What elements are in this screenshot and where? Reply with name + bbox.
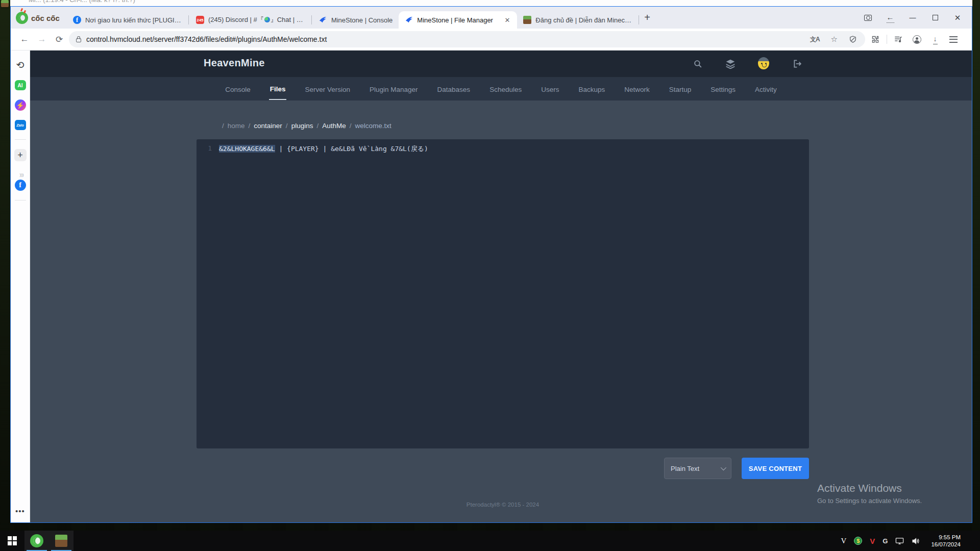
maximize-button[interactable] — [924, 7, 946, 29]
back-button[interactable]: ← — [17, 32, 32, 47]
translate-icon[interactable]: 文A — [807, 35, 823, 44]
syntax-select[interactable]: Plain Text — [664, 458, 731, 479]
user-avatar[interactable] — [758, 58, 769, 69]
add-shortcut-button[interactable]: + — [14, 149, 27, 161]
downloads-icon[interactable]: ↓ — [927, 32, 943, 47]
network-display-icon[interactable] — [895, 537, 904, 545]
nav-backups[interactable]: Backups — [577, 79, 606, 99]
nav-activity[interactable]: Activity — [754, 79, 778, 99]
red-shield-icon[interactable]: V — [870, 537, 875, 545]
tab-separator — [311, 15, 312, 24]
activate-windows-watermark: Activate Windows Go to Settings to activ… — [817, 482, 922, 505]
zalo-icon[interactable]: Zalo — [15, 120, 26, 130]
bookmark-star-icon[interactable]: ☆ — [828, 35, 841, 44]
logitech-g-icon[interactable]: G — [883, 537, 888, 545]
nav-network[interactable]: Network — [623, 79, 651, 99]
coccoc-icon — [30, 534, 43, 547]
clock-date: 16/07/2024 — [931, 541, 961, 548]
money-coin-icon[interactable]: $ — [854, 537, 862, 545]
minimize-button[interactable]: — — [901, 7, 924, 29]
url-text[interactable]: control.hvmcloud.net/server/ff3742d6/fil… — [86, 35, 802, 43]
nav-databases[interactable]: Databases — [436, 79, 472, 99]
tab-close-icon[interactable]: ✕ — [503, 16, 511, 24]
minecraft-icon — [55, 535, 67, 547]
coccoc-brand-label: cốc cốc — [31, 14, 60, 22]
history-icon[interactable]: ⟲ — [14, 59, 27, 71]
media-queue-icon[interactable] — [890, 32, 906, 47]
watermark-title: Activate Windows — [817, 482, 922, 494]
lock-icon[interactable] — [76, 38, 81, 42]
tab-discord[interactable]: 245 (245) Discord | #『』Chat | Stone — [190, 11, 310, 29]
nav-console[interactable]: Console — [224, 79, 252, 99]
unikey-icon[interactable]: V — [841, 537, 846, 545]
selected-text: &2&LHOKAGE&6&L — [219, 145, 275, 153]
tab-separator — [639, 15, 639, 24]
tabs: f Nơi giao lưu kiến thức [PLUGINS, S 245… — [67, 7, 655, 29]
line-number: 1 — [197, 144, 219, 154]
profile-avatar-icon[interactable] — [909, 32, 925, 47]
editor-text[interactable]: &2&LHOKAGE&6&L | {PLAYER} | &e&LĐã Về Là… — [219, 144, 428, 154]
nav-schedules[interactable]: Schedules — [488, 79, 523, 99]
taskbar: V $ V G 9:55 PM 16/07/2024 — [0, 531, 980, 551]
watermark-subtitle: Go to Settings to activate Windows. — [817, 497, 922, 505]
tab-title: MineStone | File Manager — [417, 16, 493, 24]
windows-logo-icon — [8, 536, 17, 545]
save-content-button[interactable]: SAVE CONTENT — [742, 458, 809, 479]
logout-icon[interactable] — [792, 58, 803, 69]
taskbar-coccoc-button[interactable] — [24, 531, 49, 551]
facebook-icon[interactable]: f — [15, 180, 26, 191]
breadcrumb-container[interactable]: container — [254, 122, 282, 130]
minestone-icon — [405, 16, 413, 24]
nav-settings[interactable]: Settings — [709, 79, 737, 99]
background-window-title: Mi... (1.19.4 - Ch-i... (Má. k? l?. th.?… — [29, 0, 135, 4]
coccoc-brand[interactable]: cốc cốc — [11, 12, 67, 29]
taskbar-minecraft-button[interactable] — [49, 531, 74, 551]
url-field[interactable]: control.hvmcloud.net/server/ff3742d6/fil… — [69, 31, 865, 47]
tab-audio-icon: ))) — [20, 172, 24, 177]
tab-facebook-group[interactable]: f Nơi giao lưu kiến thức [PLUGINS, S — [67, 11, 187, 29]
messenger-icon[interactable]: ⚡ — [15, 99, 26, 111]
start-button[interactable] — [0, 531, 24, 551]
tab-title: Nơi giao lưu kiến thức [PLUGINS, S — [85, 16, 181, 24]
screenshot-search-icon[interactable] — [856, 7, 879, 29]
taskbar-clock[interactable]: 9:55 PM 16/07/2024 — [928, 534, 966, 548]
tab-minecraft-forum[interactable]: Đăng chủ đề | Diễn đàn Minecraft — [517, 11, 638, 29]
desktop-background: Mi... (1.19.4 - Ch-i... (Má. k? l?. th.?… — [0, 0, 980, 551]
search-icon[interactable] — [692, 58, 703, 69]
shield-icon[interactable] — [846, 35, 860, 43]
server-list-layers-icon[interactable] — [725, 58, 736, 69]
ai-chat-icon[interactable]: AI — [15, 80, 26, 90]
nav-server-version[interactable]: Server Version — [304, 79, 351, 99]
globe-icon — [264, 17, 270, 22]
panel-page: HeavenMine Console Files Server Ver — [30, 51, 972, 522]
tab-minestone-console[interactable]: MineStone | Console — [313, 11, 399, 29]
minestone-icon — [319, 16, 327, 24]
background-window-titlebar: Mi... (1.19.4 - Ch-i... (Má. k? l?. th.?… — [10, 0, 972, 6]
system-tray: V $ V G 9:55 PM 16/07/2024 — [841, 531, 980, 551]
new-tab-button[interactable]: + — [640, 12, 655, 29]
menu-icon[interactable] — [945, 32, 962, 47]
code-editor[interactable]: 1 &2&LHOKAGE&6&L | {PLAYER} | &e&LĐã Về … — [197, 139, 809, 448]
nav-plugin-manager[interactable]: Plugin Manager — [369, 79, 419, 99]
nav-files[interactable]: Files — [269, 78, 287, 100]
browser-window: cốc cốc f Nơi giao lưu kiến thức [PLUGIN… — [10, 6, 972, 523]
forward-button[interactable]: → — [34, 32, 50, 47]
panel-brand-title[interactable]: HeavenMine — [204, 57, 265, 69]
sidebar-more-button[interactable]: ••• — [11, 507, 30, 515]
panel-header: HeavenMine — [30, 51, 972, 77]
sidebar-divider — [15, 200, 26, 201]
reopen-tab-icon[interactable]: ← — [879, 7, 901, 29]
close-button[interactable]: ✕ — [946, 7, 969, 29]
breadcrumb-plugins[interactable]: plugins — [291, 122, 313, 130]
discord-badge-icon: 245 — [196, 16, 204, 24]
nav-users[interactable]: Users — [540, 79, 560, 99]
nav-startup[interactable]: Startup — [668, 79, 693, 99]
tab-minestone-filemanager[interactable]: MineStone | File Manager ✕ — [399, 11, 517, 29]
reload-button[interactable]: ⟳ — [52, 32, 67, 47]
breadcrumb-authme[interactable]: AuthMe — [322, 122, 346, 130]
facebook-icon: f — [73, 16, 81, 24]
breadcrumb-separator: / — [350, 122, 352, 130]
breadcrumb-home[interactable]: home — [228, 122, 245, 130]
volume-icon[interactable] — [912, 537, 920, 545]
extensions-puzzle-icon[interactable] — [867, 32, 884, 47]
